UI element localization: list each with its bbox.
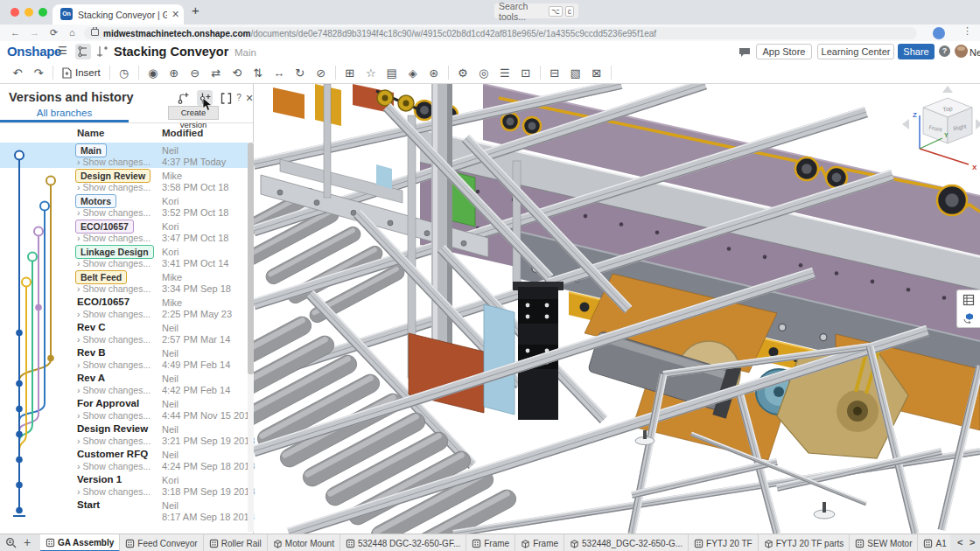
tab-all-branches[interactable]: All branches <box>0 108 129 118</box>
version-row[interactable]: StartNeil8:17 AM Sep 18 2018 <box>0 498 248 523</box>
version-row[interactable]: Rev C›Show changes...Neil2:57 PM Mar 14 <box>0 320 248 345</box>
element-tab-frame[interactable]: Frame <box>515 534 564 551</box>
appearance-icon[interactable]: ⊡ <box>515 66 536 80</box>
app-store-button[interactable]: App Store <box>756 44 812 59</box>
show-changes-link[interactable]: ›Show changes... <box>77 157 150 167</box>
configurations-icon[interactable]: ⚙ <box>452 66 473 80</box>
drawing-icon[interactable]: ⊟ <box>544 66 565 80</box>
rotate-right-arrow[interactable] <box>976 119 980 129</box>
version-badge[interactable]: Motors <box>75 194 116 208</box>
address-bar[interactable]: midwestmachinetech.onshape.com/documents… <box>84 27 917 39</box>
pin-slot-mate-icon[interactable]: ⇅ <box>248 66 269 80</box>
follow-mode-icon[interactable] <box>94 44 110 59</box>
group-icon[interactable]: ⊞ <box>340 66 360 80</box>
show-changes-link[interactable]: ›Show changes... <box>77 461 150 471</box>
publish-icon[interactable]: ⊠ <box>586 66 607 80</box>
help-icon[interactable]: ? <box>939 45 950 57</box>
window-close-button[interactable] <box>10 8 19 17</box>
mate-icon[interactable]: ◉ <box>143 66 164 80</box>
browser-profile-icon[interactable] <box>933 27 945 39</box>
element-tab-fytj-20-tf[interactable]: FYTJ 20 TF <box>689 534 759 551</box>
show-changes-link[interactable]: ›Show changes... <box>77 182 150 192</box>
version-badge[interactable]: Belt Feed <box>75 270 127 284</box>
element-tab-532448-dgc-32-650-g[interactable]: 532448_DGC-32-650-G... <box>564 534 689 551</box>
element-tab-532448-dgc-32-650-gf[interactable]: 532448 DGC-32-650-GF... <box>340 534 466 551</box>
version-row[interactable]: ECO/10657›Show changes...Mike2:25 PM May… <box>0 295 248 320</box>
version-row[interactable]: Belt Feed›Show changes...Mike3:34 PM Sep… <box>0 269 248 295</box>
forward-icon[interactable]: → <box>30 27 39 38</box>
panel-scrollbar[interactable] <box>248 143 254 532</box>
search-tools-box[interactable]: Search tools... ⌥ c <box>494 3 578 18</box>
tabs-scroll-right-icon[interactable]: > <box>970 537 975 548</box>
comments-icon[interactable] <box>738 47 751 58</box>
create-branch-icon[interactable] <box>175 90 191 106</box>
reload-icon[interactable]: ⟳ <box>50 27 58 38</box>
version-badge[interactable]: Main <box>75 143 107 157</box>
insert-button[interactable]: Insert <box>57 67 106 79</box>
share-button[interactable]: Share <box>898 44 934 59</box>
window-zoom-button[interactable] <box>38 8 47 17</box>
version-row[interactable]: Design Review›Show changes...Neil3:21 PM… <box>0 422 248 447</box>
show-changes-link[interactable]: ›Show changes... <box>77 334 150 345</box>
element-tab-motor-mount[interactable]: Motor Mount <box>268 534 340 551</box>
version-row[interactable]: Rev B›Show changes...Neil4:49 PM Feb 14 <box>0 345 248 371</box>
element-tab-feed-conveyor[interactable]: Feed Conveyor <box>120 534 203 551</box>
element-tab-ga-assembly[interactable]: GA Assembly <box>40 534 120 551</box>
version-badge[interactable]: ECO/10657 <box>75 220 134 234</box>
tab-close-icon[interactable]: ✕ <box>172 9 179 20</box>
user-avatar[interactable] <box>955 45 968 58</box>
show-changes-link[interactable]: ›Show changes... <box>77 233 150 243</box>
view-cube[interactable]: Top Front Right Z X Y <box>897 84 980 171</box>
browser-tab[interactable]: On Stacking Conveyor | GA Assem ✕ <box>52 4 184 24</box>
version-row[interactable]: Customer RFQ›Show changes...Neil4:24 PM … <box>0 447 248 472</box>
user-name[interactable]: Neil <box>970 47 980 58</box>
element-tab-a1[interactable]: A1 <box>918 534 950 551</box>
main-menu-icon[interactable]: ☰ <box>58 45 67 57</box>
add-element-button[interactable]: + <box>24 535 31 549</box>
version-row[interactable]: Motors›Show changes...Kori3:52 PM Oct 18 <box>0 193 248 219</box>
version-row[interactable]: Main›Show changes...Neil4:37 PM Today <box>0 143 248 168</box>
explode-icon[interactable]: ⊛ <box>424 66 444 80</box>
rotate-up-arrow[interactable] <box>942 86 953 93</box>
show-changes-link[interactable]: ›Show changes... <box>77 410 150 421</box>
snapshot-icon[interactable]: ☆ <box>360 66 382 80</box>
planar-mate-icon[interactable]: ⇄ <box>206 66 227 80</box>
version-row[interactable]: ECO/10657›Show changes...Kori3:47 PM Oct… <box>0 219 248 244</box>
slider-mate-icon[interactable]: ⊖ <box>185 66 206 80</box>
versions-history-icon[interactable] <box>75 44 91 59</box>
browser-menu-icon[interactable]: ⋮ <box>962 25 972 37</box>
onshape-logo[interactable]: Onshape <box>7 44 61 59</box>
window-minimize-button[interactable] <box>24 8 33 17</box>
element-tab-roller-rail[interactable]: Roller Rail <box>204 534 268 551</box>
pattern-icon[interactable]: ▤ <box>382 66 402 80</box>
bom-table-icon[interactable] <box>962 294 975 306</box>
version-badge[interactable]: Design Review <box>75 169 150 183</box>
show-changes-link[interactable]: ›Show changes... <box>77 436 150 446</box>
rotate-left-arrow[interactable] <box>902 119 909 129</box>
revolute-mate-icon[interactable]: ⊕ <box>164 66 185 80</box>
element-tab-frame[interactable]: Frame <box>466 534 515 551</box>
element-tab-fytj-20-tf-parts[interactable]: FYTJ 20 TF parts <box>759 534 850 551</box>
compare-versions-icon[interactable] <box>218 90 234 106</box>
viewport-3d[interactable]: Top Front Right Z X Y ▼ <box>254 84 980 534</box>
show-changes-link[interactable]: ›Show changes... <box>77 486 150 497</box>
sync-part-icon[interactable] <box>962 310 976 324</box>
back-icon[interactable]: ← <box>10 27 20 38</box>
display-states-icon[interactable]: ◎ <box>473 66 494 80</box>
learning-center-button[interactable]: Learning Center <box>817 44 894 59</box>
show-changes-link[interactable]: ›Show changes... <box>77 207 150 218</box>
redo-icon[interactable]: ↷ <box>28 66 49 80</box>
version-row[interactable]: Linkage Design›Show changes...Kori3:41 P… <box>0 244 248 269</box>
home-icon[interactable]: ⌂ <box>69 27 75 38</box>
rollback-icon[interactable]: ◷ <box>114 66 135 80</box>
scrollbar-thumb[interactable] <box>248 143 254 374</box>
tabs-scroll-left-icon[interactable]: < <box>957 537 962 548</box>
search-tabs-icon[interactable] <box>5 537 18 549</box>
show-changes-link[interactable]: ›Show changes... <box>77 359 150 370</box>
show-changes-link[interactable]: ›Show changes... <box>77 283 150 294</box>
new-tab-button[interactable]: + <box>192 3 200 17</box>
version-badge[interactable]: Linkage Design <box>75 245 154 259</box>
cylindrical-mate-icon[interactable]: ⟲ <box>227 66 248 80</box>
show-changes-link[interactable]: ›Show changes... <box>77 385 150 395</box>
sheet-icon[interactable]: ▧ <box>565 66 586 80</box>
